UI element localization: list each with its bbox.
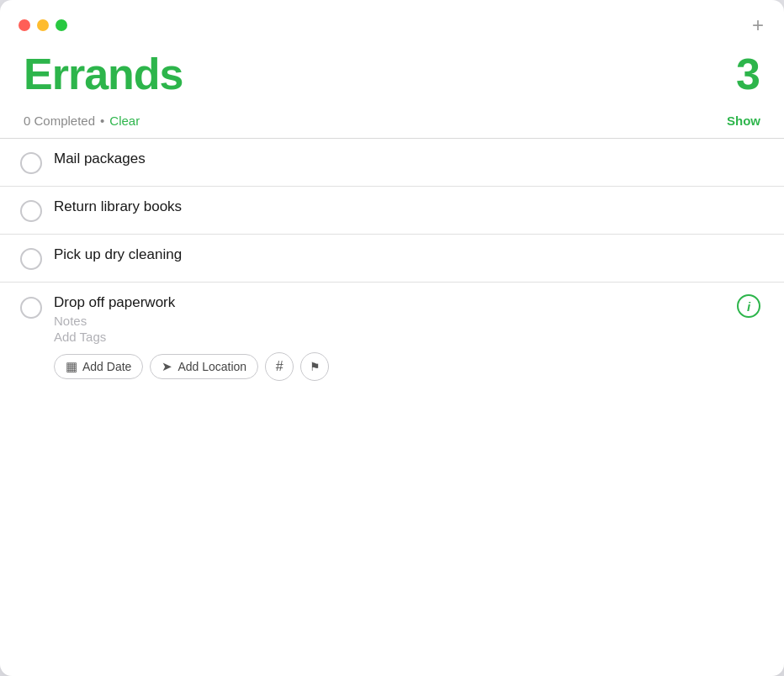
task-title: Drop off paperwork bbox=[54, 294, 175, 310]
dot-separator: • bbox=[100, 114, 104, 128]
traffic-lights bbox=[19, 19, 67, 31]
clear-button[interactable]: Clear bbox=[109, 114, 140, 128]
list-item: Mail packages bbox=[0, 139, 784, 187]
list-item: Pick up dry cleaning bbox=[0, 235, 784, 283]
close-button[interactable] bbox=[19, 19, 30, 31]
task-content: Drop off paperwork Notes Add Tags ▦ Add … bbox=[54, 294, 725, 381]
task-tags[interactable]: Add Tags bbox=[54, 330, 725, 344]
task-content: Mail packages bbox=[54, 151, 760, 167]
task-checkbox[interactable] bbox=[20, 152, 42, 174]
show-button[interactable]: Show bbox=[727, 114, 760, 128]
flag-icon: ⚑ bbox=[310, 360, 320, 373]
info-icon: i bbox=[747, 299, 750, 314]
hashtag-icon: # bbox=[276, 359, 283, 374]
completed-text: 0 Completed bbox=[24, 114, 95, 128]
task-actions: ▦ Add Date ➤ Add Location # ⚑ bbox=[54, 352, 725, 381]
task-checkbox[interactable] bbox=[20, 248, 42, 270]
task-title: Pick up dry cleaning bbox=[54, 246, 182, 262]
task-checkbox[interactable] bbox=[20, 200, 42, 222]
list-item: Return library books bbox=[0, 187, 784, 235]
task-title: Mail packages bbox=[54, 151, 146, 166]
task-content: Return library books bbox=[54, 198, 760, 215]
add-location-label: Add Location bbox=[177, 360, 246, 373]
header: Errands 3 bbox=[0, 44, 784, 114]
hashtag-button[interactable]: # bbox=[265, 352, 294, 381]
list-item: Drop off paperwork Notes Add Tags ▦ Add … bbox=[0, 283, 784, 393]
task-content: Pick up dry cleaning bbox=[54, 246, 760, 263]
flag-button[interactable]: ⚑ bbox=[300, 352, 329, 381]
list-title: Errands bbox=[24, 50, 183, 98]
minimize-button[interactable] bbox=[37, 19, 49, 31]
add-location-button[interactable]: ➤ Add Location bbox=[150, 354, 258, 379]
task-notes[interactable]: Notes bbox=[54, 314, 725, 328]
location-icon: ➤ bbox=[162, 359, 172, 374]
task-right: i bbox=[737, 294, 760, 318]
add-date-label: Add Date bbox=[82, 360, 131, 373]
main-window: + Errands 3 0 Completed • Clear Show Mai… bbox=[0, 0, 784, 676]
add-date-button[interactable]: ▦ Add Date bbox=[54, 354, 143, 379]
task-title: Return library books bbox=[54, 198, 182, 214]
info-button[interactable]: i bbox=[737, 294, 760, 318]
fullscreen-button[interactable] bbox=[56, 19, 67, 31]
tasks-list: Mail packages Return library books Pick … bbox=[0, 139, 784, 393]
titlebar: + bbox=[0, 0, 784, 44]
task-checkbox[interactable] bbox=[20, 297, 42, 319]
completed-left: 0 Completed • Clear bbox=[24, 114, 140, 128]
list-count: 3 bbox=[736, 50, 760, 98]
calendar-icon: ▦ bbox=[66, 359, 77, 374]
add-item-button[interactable]: + bbox=[750, 15, 765, 35]
completed-bar: 0 Completed • Clear Show bbox=[0, 114, 784, 138]
